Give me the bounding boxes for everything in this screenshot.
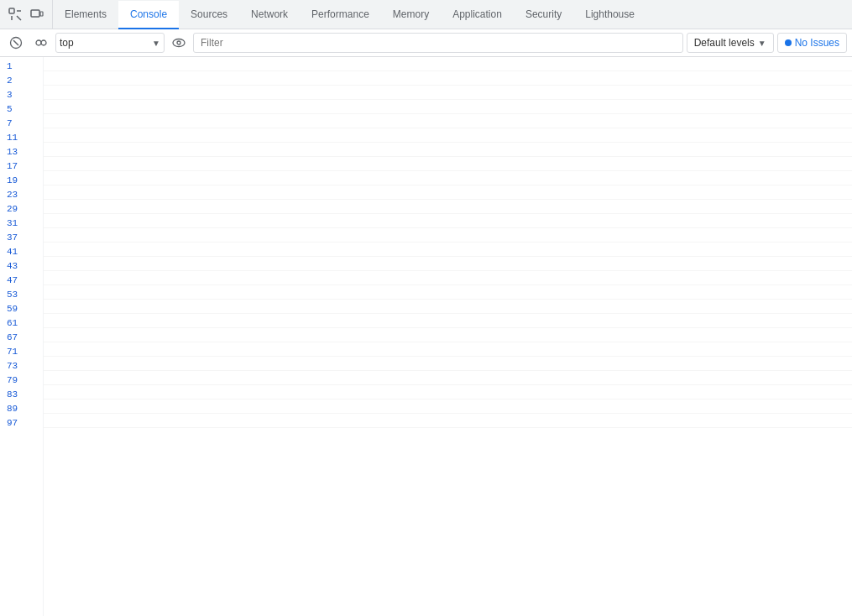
console-line [44, 371, 852, 385]
tab-application[interactable]: Application [441, 1, 514, 29]
line-number[interactable]: 41 [0, 244, 43, 258]
line-number[interactable]: 5 [0, 102, 43, 116]
inspect-icon[interactable] [5, 4, 25, 24]
default-levels-label: Default levels [694, 37, 755, 49]
line-number[interactable]: 67 [0, 330, 43, 344]
tab-lighthouse[interactable]: Lighthouse [573, 1, 646, 29]
line-number[interactable]: 19 [0, 173, 43, 187]
console-line [44, 342, 852, 357]
console-line [44, 357, 852, 371]
tab-console[interactable]: Console [118, 1, 179, 29]
chevron-down-icon: ▼ [758, 39, 766, 48]
line-number[interactable]: 3 [0, 87, 43, 102]
line-numbers-gutter: 1235711131719232931374143475359616771737… [0, 57, 44, 616]
tab-memory[interactable]: Memory [381, 1, 441, 29]
line-number[interactable]: 83 [0, 387, 43, 401]
svg-line-3 [17, 16, 21, 20]
console-area: 1235711131719232931374143475359616771737… [0, 57, 852, 616]
context-selector[interactable]: top ▼ [55, 33, 165, 53]
console-line [44, 86, 852, 100]
filter-toggle-button[interactable] [30, 32, 52, 54]
tab-performance[interactable]: Performance [300, 1, 381, 29]
line-number[interactable]: 71 [0, 344, 43, 358]
console-line [44, 228, 852, 243]
console-line [44, 271, 852, 285]
device-toggle-icon[interactable] [27, 4, 47, 24]
tab-bar: Elements Console Sources Network Perform… [0, 0, 852, 29]
line-number[interactable]: 43 [0, 258, 43, 273]
line-number[interactable]: 53 [0, 287, 43, 301]
console-line [44, 399, 852, 414]
line-number[interactable]: 89 [0, 401, 43, 415]
tab-security[interactable]: Security [514, 1, 573, 29]
svg-rect-5 [40, 12, 43, 16]
default-levels-button[interactable]: Default levels ▼ [687, 33, 774, 53]
eye-icon-button[interactable] [168, 32, 190, 54]
console-line [44, 328, 852, 342]
console-line [44, 100, 852, 114]
console-line [44, 257, 852, 271]
console-line [44, 157, 852, 171]
console-line [44, 114, 852, 128]
svg-point-11 [177, 41, 180, 44]
line-number[interactable]: 2 [0, 73, 43, 87]
console-line [44, 285, 852, 300]
tab-elements[interactable]: Elements [53, 1, 118, 29]
console-line [44, 171, 852, 185]
console-toolbar: top ▼ Default levels ▼ No Issues [0, 29, 852, 57]
tab-sources[interactable]: Sources [179, 1, 239, 29]
clear-console-button[interactable] [5, 32, 27, 54]
line-number[interactable]: 31 [0, 216, 43, 230]
console-line [44, 214, 852, 228]
console-line [44, 57, 852, 71]
line-number[interactable]: 29 [0, 201, 43, 216]
issues-dot [785, 39, 792, 46]
console-line [44, 385, 852, 399]
line-number[interactable]: 47 [0, 273, 43, 287]
line-number[interactable]: 11 [0, 130, 43, 144]
console-line [44, 314, 852, 328]
no-issues-button[interactable]: No Issues [777, 33, 847, 53]
console-line [44, 200, 852, 214]
svg-rect-4 [31, 10, 39, 17]
line-number[interactable]: 13 [0, 144, 43, 159]
tab-bar-icons [0, 0, 53, 29]
console-line [44, 300, 852, 314]
console-line [44, 71, 852, 86]
svg-point-8 [36, 40, 41, 45]
line-number[interactable]: 59 [0, 301, 43, 316]
line-number[interactable]: 17 [0, 159, 43, 173]
console-line [44, 243, 852, 257]
tab-network[interactable]: Network [239, 1, 300, 29]
no-issues-label: No Issues [795, 37, 839, 49]
line-number[interactable]: 23 [0, 187, 43, 201]
svg-line-7 [13, 40, 18, 45]
line-number[interactable]: 97 [0, 415, 43, 430]
line-number[interactable]: 1 [0, 59, 43, 73]
console-content [44, 57, 852, 616]
context-select[interactable]: top [60, 37, 160, 49]
line-number[interactable]: 7 [0, 116, 43, 130]
svg-point-9 [41, 40, 46, 45]
line-number[interactable]: 73 [0, 358, 43, 373]
console-line [44, 414, 852, 428]
line-number[interactable]: 61 [0, 316, 43, 330]
console-line [44, 185, 852, 200]
console-line [44, 128, 852, 143]
svg-rect-0 [9, 8, 14, 13]
line-number[interactable]: 79 [0, 373, 43, 387]
console-line [44, 143, 852, 157]
svg-point-10 [173, 39, 185, 47]
line-number[interactable]: 37 [0, 230, 43, 244]
filter-input[interactable] [193, 33, 683, 53]
